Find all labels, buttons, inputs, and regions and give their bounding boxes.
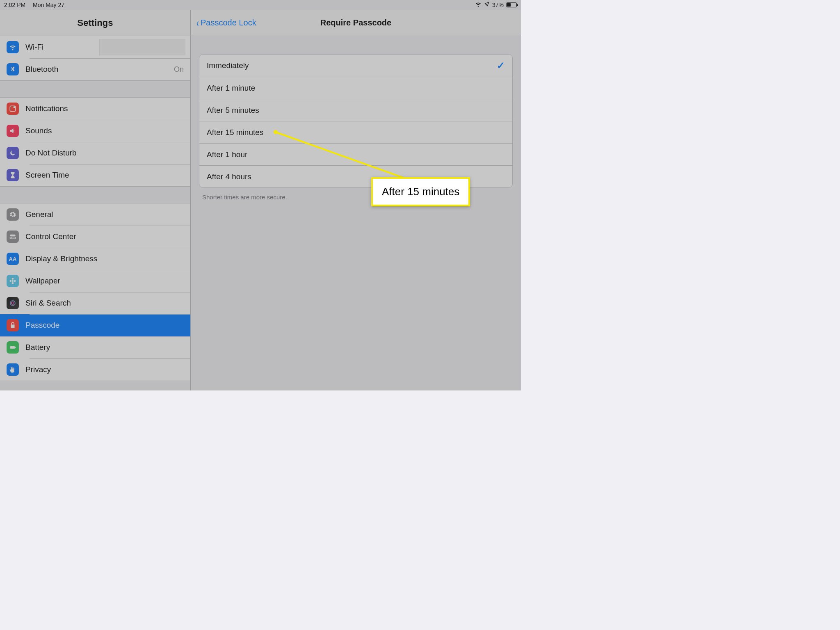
sidebar-item-general[interactable]: General	[0, 203, 190, 226]
option-after-4-hours[interactable]: After 4 hours	[199, 165, 512, 187]
detail-header: ‹ Passcode Lock Require Passcode	[191, 10, 521, 36]
option-label: After 5 minutes	[207, 106, 505, 115]
battery-icon	[506, 2, 517, 7]
wifi-status-icon	[475, 1, 482, 9]
status-time: 2:02 PM	[4, 2, 25, 8]
option-label: Immediately	[207, 61, 497, 70]
sidebar-item-dnd[interactable]: Do Not Disturb	[0, 142, 190, 164]
status-date: Mon May 27	[33, 2, 64, 8]
sidebar-item-privacy[interactable]: Privacy	[0, 358, 190, 381]
sidebar-item-label: Wallpaper	[25, 276, 190, 285]
option-after-1-hour[interactable]: After 1 hour	[199, 143, 512, 165]
bluetooth-icon	[7, 63, 19, 75]
sidebar-item-label: Battery	[25, 343, 190, 352]
sidebar-item-label: Bluetooth	[25, 65, 174, 74]
svg-point-8	[10, 280, 12, 282]
sidebar-item-label: Passcode	[25, 321, 190, 330]
option-label: After 15 minutes	[207, 128, 505, 137]
back-button[interactable]: ‹ Passcode Lock	[196, 10, 256, 36]
back-label: Passcode Lock	[201, 18, 256, 27]
location-status-icon	[484, 1, 490, 8]
sidebar-item-label: Display & Brightness	[25, 254, 190, 263]
settings-sidebar: Settings Wi-Fi Bluetooth On	[0, 10, 191, 390]
flower-icon	[7, 275, 19, 287]
option-label: After 1 minute	[207, 84, 505, 93]
sidebar-item-bluetooth[interactable]: Bluetooth On	[0, 58, 190, 80]
sidebar-title: Settings	[0, 10, 190, 36]
sidebar-item-notifications[interactable]: Notifications	[0, 98, 190, 120]
option-label: After 4 hours	[207, 172, 505, 181]
option-immediately[interactable]: Immediately ✓	[199, 55, 512, 77]
sidebar-item-controlcenter[interactable]: Control Center	[0, 226, 190, 248]
sidebar-item-wifi[interactable]: Wi-Fi	[0, 36, 190, 58]
moon-icon	[7, 147, 19, 159]
notifications-icon	[7, 103, 19, 115]
sidebar-item-screentime[interactable]: Screen Time	[0, 164, 190, 186]
sidebar-item-display[interactable]: AA Display & Brightness	[0, 248, 190, 270]
sidebar-item-wallpaper[interactable]: Wallpaper	[0, 270, 190, 292]
siri-icon	[7, 297, 19, 309]
detail-title: Require Passcode	[320, 18, 391, 27]
sidebar-group-alerts: Notifications Sounds Do Not Disturb Scre…	[0, 97, 190, 187]
svg-rect-12	[10, 346, 15, 349]
sidebar-item-label: Wi-Fi	[25, 43, 99, 52]
option-label: After 1 hour	[207, 150, 505, 159]
chevron-left-icon: ‹	[196, 17, 199, 29]
sidebar-item-label: Screen Time	[25, 171, 190, 180]
options-footer-note: Shorter times are more secure.	[202, 194, 513, 201]
svg-point-1	[14, 106, 16, 108]
require-passcode-options: Immediately ✓ After 1 minute After 5 min…	[199, 54, 513, 188]
battery-icon	[7, 341, 19, 354]
sidebar-item-label: Siri & Search	[25, 299, 190, 308]
svg-point-5	[12, 280, 14, 282]
option-after-5-minutes[interactable]: After 5 minutes	[199, 99, 512, 121]
sidebar-item-label: Notifications	[25, 104, 190, 113]
svg-point-9	[14, 280, 16, 282]
check-icon: ✓	[497, 60, 505, 71]
option-after-1-minute[interactable]: After 1 minute	[199, 77, 512, 99]
status-bar: 2:02 PM Mon May 27 37%	[0, 0, 521, 10]
sidebar-item-label: Control Center	[25, 232, 190, 241]
option-after-15-minutes[interactable]: After 15 minutes	[199, 121, 512, 143]
svg-rect-13	[15, 347, 16, 348]
svg-point-4	[11, 237, 12, 239]
sidebar-item-label: Sounds	[25, 126, 190, 135]
sidebar-item-sounds[interactable]: Sounds	[0, 120, 190, 142]
svg-point-11	[11, 302, 14, 304]
sidebar-item-value: On	[174, 65, 190, 74]
sounds-icon	[7, 125, 19, 137]
sidebar-item-siri[interactable]: Siri & Search	[0, 292, 190, 314]
sidebar-item-battery[interactable]: Battery	[0, 336, 190, 358]
sidebar-item-label: Do Not Disturb	[25, 148, 190, 158]
gear-icon	[7, 208, 19, 221]
switch-icon	[7, 231, 19, 243]
sidebar-item-label: Privacy	[25, 365, 190, 374]
lock-icon	[7, 319, 19, 331]
sidebar-group-connectivity: Wi-Fi Bluetooth On	[0, 36, 190, 81]
sidebar-item-label: General	[25, 210, 190, 219]
detail-pane: ‹ Passcode Lock Require Passcode Immedia…	[191, 10, 521, 390]
redacted-wifi-value	[99, 39, 185, 55]
battery-percent: 37%	[492, 2, 504, 8]
hand-icon	[7, 363, 19, 376]
sidebar-item-passcode[interactable]: Passcode	[0, 314, 190, 336]
svg-rect-2	[10, 235, 16, 237]
svg-point-7	[12, 282, 14, 284]
aa-icon: AA	[7, 253, 19, 265]
wifi-icon	[7, 41, 19, 53]
svg-point-6	[12, 278, 14, 280]
hourglass-icon	[7, 169, 19, 181]
sidebar-group-system: General Control Center AA Display & Brig…	[0, 203, 190, 381]
svg-point-10	[10, 301, 15, 306]
